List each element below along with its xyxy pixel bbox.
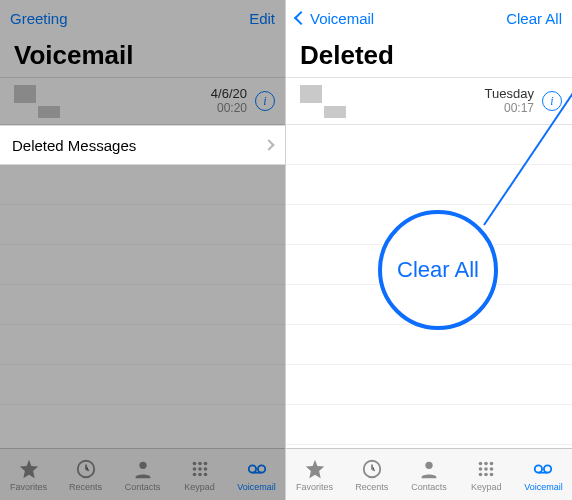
- navbar: Voicemail Clear All: [286, 0, 572, 36]
- tab-favorites[interactable]: Favorites: [0, 449, 57, 500]
- tab-label: Recents: [69, 482, 102, 492]
- deleted-voicemail-item[interactable]: Tuesday 00:17 i: [286, 77, 572, 125]
- tab-label: Keypad: [184, 482, 215, 492]
- voicemail-icon: [246, 458, 268, 480]
- svg-point-4: [203, 461, 207, 465]
- page-title: Voicemail: [0, 36, 285, 77]
- svg-point-15: [425, 461, 432, 468]
- svg-point-11: [248, 465, 255, 472]
- svg-point-21: [490, 467, 494, 471]
- tab-favorites[interactable]: Favorites: [286, 449, 343, 500]
- info-icon[interactable]: i: [255, 91, 275, 111]
- tab-label: Voicemail: [237, 482, 276, 492]
- person-icon: [418, 458, 440, 480]
- tab-bar: Favorites Recents Contacts Keypad Voicem…: [0, 448, 285, 500]
- clock-icon: [361, 458, 383, 480]
- chevron-left-icon: [294, 11, 308, 25]
- tab-label: Favorites: [296, 482, 333, 492]
- tab-voicemail[interactable]: Voicemail: [228, 449, 285, 500]
- edit-button[interactable]: Edit: [249, 10, 275, 27]
- deleted-messages-label: Deleted Messages: [12, 137, 136, 154]
- svg-point-24: [490, 472, 494, 476]
- svg-point-17: [484, 461, 488, 465]
- star-icon: [304, 458, 326, 480]
- tab-contacts[interactable]: Contacts: [400, 449, 457, 500]
- tab-label: Contacts: [125, 482, 161, 492]
- svg-point-6: [198, 467, 202, 471]
- empty-list: [0, 165, 285, 448]
- voicemail-meta: 4/6/20 00:20: [211, 87, 247, 116]
- annotation-callout: Clear All: [378, 210, 498, 330]
- svg-point-9: [198, 472, 202, 476]
- tab-label: Recents: [355, 482, 388, 492]
- voicemail-date: Tuesday: [485, 87, 534, 102]
- voicemail-date: 4/6/20: [211, 87, 247, 102]
- voicemail-duration: 00:17: [485, 102, 534, 116]
- svg-point-8: [192, 472, 196, 476]
- page-title: Deleted: [286, 36, 572, 77]
- tab-keypad[interactable]: Keypad: [458, 449, 515, 500]
- deleted-screen: Voicemail Clear All Deleted Tuesday 00:1…: [286, 0, 572, 500]
- svg-point-25: [535, 465, 542, 472]
- tab-keypad[interactable]: Keypad: [171, 449, 228, 500]
- clear-all-button[interactable]: Clear All: [506, 10, 562, 27]
- tab-label: Contacts: [411, 482, 447, 492]
- tab-recents[interactable]: Recents: [57, 449, 114, 500]
- voicemail-screen: Greeting Edit Voicemail 4/6/20 00:20 i D…: [0, 0, 286, 500]
- annotation-text: Clear All: [397, 257, 479, 283]
- svg-point-18: [490, 461, 494, 465]
- svg-point-23: [484, 472, 488, 476]
- tab-recents[interactable]: Recents: [343, 449, 400, 500]
- tab-voicemail[interactable]: Voicemail: [515, 449, 572, 500]
- tab-label: Voicemail: [524, 482, 563, 492]
- svg-point-7: [203, 467, 207, 471]
- svg-point-12: [257, 465, 264, 472]
- back-label: Voicemail: [310, 10, 374, 27]
- svg-point-20: [484, 467, 488, 471]
- back-button[interactable]: Voicemail: [296, 10, 374, 27]
- chevron-right-icon: [263, 139, 274, 150]
- tab-bar: Favorites Recents Contacts Keypad Voicem…: [286, 448, 572, 500]
- voicemail-item[interactable]: 4/6/20 00:20 i: [0, 77, 285, 125]
- star-icon: [18, 458, 40, 480]
- contact-placeholder: [10, 85, 72, 118]
- svg-point-22: [479, 472, 483, 476]
- tab-contacts[interactable]: Contacts: [114, 449, 171, 500]
- svg-point-1: [139, 461, 146, 468]
- svg-point-19: [479, 467, 483, 471]
- svg-point-16: [479, 461, 483, 465]
- person-icon: [132, 458, 154, 480]
- svg-point-2: [192, 461, 196, 465]
- contact-placeholder: [296, 85, 358, 118]
- clock-icon: [75, 458, 97, 480]
- deleted-messages-row[interactable]: Deleted Messages: [0, 125, 285, 165]
- tab-label: Keypad: [471, 482, 502, 492]
- svg-point-26: [544, 465, 551, 472]
- tab-label: Favorites: [10, 482, 47, 492]
- greeting-button[interactable]: Greeting: [10, 10, 68, 27]
- svg-point-10: [203, 472, 207, 476]
- info-icon[interactable]: i: [542, 91, 562, 111]
- voicemail-meta: Tuesday 00:17: [485, 87, 534, 116]
- navbar: Greeting Edit: [0, 0, 285, 36]
- keypad-icon: [189, 458, 211, 480]
- svg-point-5: [192, 467, 196, 471]
- svg-point-3: [198, 461, 202, 465]
- voicemail-icon: [532, 458, 554, 480]
- voicemail-duration: 00:20: [211, 102, 247, 116]
- keypad-icon: [475, 458, 497, 480]
